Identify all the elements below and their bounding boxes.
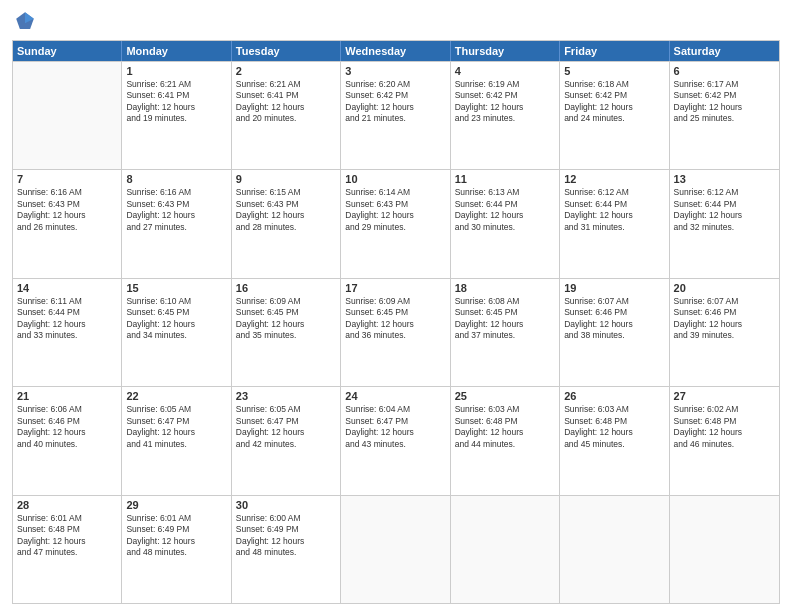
- calendar-body: 1Sunrise: 6:21 AMSunset: 6:41 PMDaylight…: [13, 61, 779, 603]
- day-cell-4: 4Sunrise: 6:19 AMSunset: 6:42 PMDaylight…: [451, 62, 560, 169]
- day-number: 7: [17, 173, 117, 185]
- week-row-2: 7Sunrise: 6:16 AMSunset: 6:43 PMDaylight…: [13, 169, 779, 277]
- day-number: 21: [17, 390, 117, 402]
- day-info: Sunrise: 6:20 AMSunset: 6:42 PMDaylight:…: [345, 79, 445, 125]
- day-number: 2: [236, 65, 336, 77]
- day-number: 8: [126, 173, 226, 185]
- day-header-monday: Monday: [122, 41, 231, 61]
- day-number: 29: [126, 499, 226, 511]
- calendar: SundayMondayTuesdayWednesdayThursdayFrid…: [12, 40, 780, 604]
- day-cell-8: 8Sunrise: 6:16 AMSunset: 6:43 PMDaylight…: [122, 170, 231, 277]
- day-cell-5: 5Sunrise: 6:18 AMSunset: 6:42 PMDaylight…: [560, 62, 669, 169]
- logo: [12, 10, 38, 32]
- day-cell-7: 7Sunrise: 6:16 AMSunset: 6:43 PMDaylight…: [13, 170, 122, 277]
- day-number: 1: [126, 65, 226, 77]
- day-cell-16: 16Sunrise: 6:09 AMSunset: 6:45 PMDayligh…: [232, 279, 341, 386]
- day-number: 26: [564, 390, 664, 402]
- day-header-friday: Friday: [560, 41, 669, 61]
- day-cell-19: 19Sunrise: 6:07 AMSunset: 6:46 PMDayligh…: [560, 279, 669, 386]
- day-cell-28: 28Sunrise: 6:01 AMSunset: 6:48 PMDayligh…: [13, 496, 122, 603]
- day-cell-25: 25Sunrise: 6:03 AMSunset: 6:48 PMDayligh…: [451, 387, 560, 494]
- day-cell-15: 15Sunrise: 6:10 AMSunset: 6:45 PMDayligh…: [122, 279, 231, 386]
- day-cell-24: 24Sunrise: 6:04 AMSunset: 6:47 PMDayligh…: [341, 387, 450, 494]
- day-info: Sunrise: 6:01 AMSunset: 6:49 PMDaylight:…: [126, 513, 226, 559]
- day-number: 14: [17, 282, 117, 294]
- day-info: Sunrise: 6:09 AMSunset: 6:45 PMDaylight:…: [236, 296, 336, 342]
- day-number: 18: [455, 282, 555, 294]
- day-cell-22: 22Sunrise: 6:05 AMSunset: 6:47 PMDayligh…: [122, 387, 231, 494]
- header: [12, 10, 780, 32]
- day-info: Sunrise: 6:12 AMSunset: 6:44 PMDaylight:…: [564, 187, 664, 233]
- logo-icon: [14, 10, 36, 32]
- day-info: Sunrise: 6:16 AMSunset: 6:43 PMDaylight:…: [17, 187, 117, 233]
- day-cell-30: 30Sunrise: 6:00 AMSunset: 6:49 PMDayligh…: [232, 496, 341, 603]
- day-number: 22: [126, 390, 226, 402]
- day-header-tuesday: Tuesday: [232, 41, 341, 61]
- day-info: Sunrise: 6:03 AMSunset: 6:48 PMDaylight:…: [564, 404, 664, 450]
- day-info: Sunrise: 6:18 AMSunset: 6:42 PMDaylight:…: [564, 79, 664, 125]
- day-number: 23: [236, 390, 336, 402]
- day-number: 19: [564, 282, 664, 294]
- day-number: 6: [674, 65, 775, 77]
- day-number: 10: [345, 173, 445, 185]
- day-cell-18: 18Sunrise: 6:08 AMSunset: 6:45 PMDayligh…: [451, 279, 560, 386]
- day-cell-10: 10Sunrise: 6:14 AMSunset: 6:43 PMDayligh…: [341, 170, 450, 277]
- week-row-1: 1Sunrise: 6:21 AMSunset: 6:41 PMDaylight…: [13, 61, 779, 169]
- day-number: 24: [345, 390, 445, 402]
- empty-cell: [341, 496, 450, 603]
- day-cell-6: 6Sunrise: 6:17 AMSunset: 6:42 PMDaylight…: [670, 62, 779, 169]
- day-info: Sunrise: 6:04 AMSunset: 6:47 PMDaylight:…: [345, 404, 445, 450]
- day-header-saturday: Saturday: [670, 41, 779, 61]
- day-cell-17: 17Sunrise: 6:09 AMSunset: 6:45 PMDayligh…: [341, 279, 450, 386]
- day-info: Sunrise: 6:19 AMSunset: 6:42 PMDaylight:…: [455, 79, 555, 125]
- day-info: Sunrise: 6:07 AMSunset: 6:46 PMDaylight:…: [674, 296, 775, 342]
- day-number: 9: [236, 173, 336, 185]
- day-cell-3: 3Sunrise: 6:20 AMSunset: 6:42 PMDaylight…: [341, 62, 450, 169]
- day-info: Sunrise: 6:07 AMSunset: 6:46 PMDaylight:…: [564, 296, 664, 342]
- empty-cell: [451, 496, 560, 603]
- day-number: 5: [564, 65, 664, 77]
- empty-cell: [13, 62, 122, 169]
- day-cell-20: 20Sunrise: 6:07 AMSunset: 6:46 PMDayligh…: [670, 279, 779, 386]
- day-cell-2: 2Sunrise: 6:21 AMSunset: 6:41 PMDaylight…: [232, 62, 341, 169]
- day-cell-29: 29Sunrise: 6:01 AMSunset: 6:49 PMDayligh…: [122, 496, 231, 603]
- day-number: 11: [455, 173, 555, 185]
- day-number: 3: [345, 65, 445, 77]
- day-cell-21: 21Sunrise: 6:06 AMSunset: 6:46 PMDayligh…: [13, 387, 122, 494]
- empty-cell: [560, 496, 669, 603]
- day-number: 30: [236, 499, 336, 511]
- day-cell-13: 13Sunrise: 6:12 AMSunset: 6:44 PMDayligh…: [670, 170, 779, 277]
- day-cell-11: 11Sunrise: 6:13 AMSunset: 6:44 PMDayligh…: [451, 170, 560, 277]
- day-number: 17: [345, 282, 445, 294]
- day-number: 15: [126, 282, 226, 294]
- page-container: SundayMondayTuesdayWednesdayThursdayFrid…: [0, 0, 792, 612]
- day-info: Sunrise: 6:01 AMSunset: 6:48 PMDaylight:…: [17, 513, 117, 559]
- day-cell-26: 26Sunrise: 6:03 AMSunset: 6:48 PMDayligh…: [560, 387, 669, 494]
- day-info: Sunrise: 6:05 AMSunset: 6:47 PMDaylight:…: [126, 404, 226, 450]
- day-info: Sunrise: 6:10 AMSunset: 6:45 PMDaylight:…: [126, 296, 226, 342]
- day-info: Sunrise: 6:21 AMSunset: 6:41 PMDaylight:…: [126, 79, 226, 125]
- day-number: 20: [674, 282, 775, 294]
- day-info: Sunrise: 6:21 AMSunset: 6:41 PMDaylight:…: [236, 79, 336, 125]
- day-cell-9: 9Sunrise: 6:15 AMSunset: 6:43 PMDaylight…: [232, 170, 341, 277]
- day-header-wednesday: Wednesday: [341, 41, 450, 61]
- day-cell-14: 14Sunrise: 6:11 AMSunset: 6:44 PMDayligh…: [13, 279, 122, 386]
- week-row-4: 21Sunrise: 6:06 AMSunset: 6:46 PMDayligh…: [13, 386, 779, 494]
- day-info: Sunrise: 6:05 AMSunset: 6:47 PMDaylight:…: [236, 404, 336, 450]
- day-info: Sunrise: 6:02 AMSunset: 6:48 PMDaylight:…: [674, 404, 775, 450]
- day-number: 28: [17, 499, 117, 511]
- day-info: Sunrise: 6:00 AMSunset: 6:49 PMDaylight:…: [236, 513, 336, 559]
- empty-cell: [670, 496, 779, 603]
- day-info: Sunrise: 6:14 AMSunset: 6:43 PMDaylight:…: [345, 187, 445, 233]
- day-info: Sunrise: 6:06 AMSunset: 6:46 PMDaylight:…: [17, 404, 117, 450]
- day-info: Sunrise: 6:16 AMSunset: 6:43 PMDaylight:…: [126, 187, 226, 233]
- day-info: Sunrise: 6:12 AMSunset: 6:44 PMDaylight:…: [674, 187, 775, 233]
- day-info: Sunrise: 6:09 AMSunset: 6:45 PMDaylight:…: [345, 296, 445, 342]
- day-number: 27: [674, 390, 775, 402]
- day-cell-23: 23Sunrise: 6:05 AMSunset: 6:47 PMDayligh…: [232, 387, 341, 494]
- day-info: Sunrise: 6:03 AMSunset: 6:48 PMDaylight:…: [455, 404, 555, 450]
- day-info: Sunrise: 6:17 AMSunset: 6:42 PMDaylight:…: [674, 79, 775, 125]
- week-row-5: 28Sunrise: 6:01 AMSunset: 6:48 PMDayligh…: [13, 495, 779, 603]
- day-number: 12: [564, 173, 664, 185]
- day-number: 13: [674, 173, 775, 185]
